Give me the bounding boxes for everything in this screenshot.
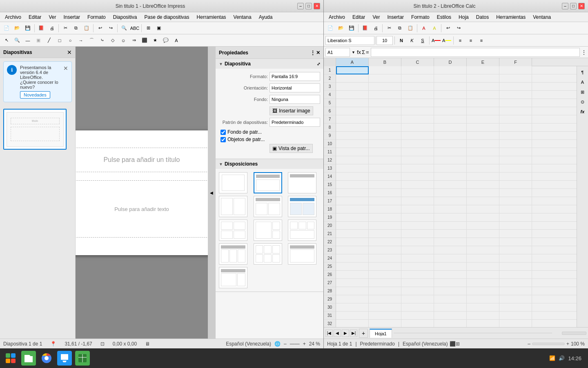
view-button[interactable]: ▣ — [154, 23, 164, 33]
cell-E31[interactable] — [467, 312, 499, 320]
cell-B7[interactable] — [369, 115, 401, 123]
cell-A15[interactable] — [336, 181, 369, 189]
cell-B1[interactable] — [369, 66, 401, 74]
cell-B20[interactable] — [369, 222, 401, 230]
cell-E16[interactable] — [467, 189, 499, 197]
cell-C4[interactable] — [401, 91, 434, 99]
cell-F24[interactable] — [499, 254, 532, 263]
cell-B30[interactable] — [369, 303, 401, 312]
cell-A5[interactable] — [336, 99, 369, 107]
cell-C9[interactable] — [401, 132, 434, 140]
cell-D26[interactable] — [434, 271, 467, 279]
sidebar-functions-icon[interactable]: fx — [578, 107, 587, 116]
cell-C10[interactable] — [401, 140, 434, 148]
font-size-selector[interactable]: 10 — [376, 36, 393, 45]
cell-C13[interactable] — [401, 164, 434, 173]
cell-D3[interactable] — [434, 83, 467, 91]
formula-sum-icon[interactable]: Σ — [362, 49, 365, 55]
cell-reference-box[interactable]: A1 — [325, 48, 350, 57]
formula-equal-icon[interactable]: = — [366, 49, 369, 55]
col-header-b[interactable]: B — [369, 58, 401, 66]
menu-ayuda[interactable]: Ayuda — [256, 13, 276, 21]
layout-title-only[interactable] — [288, 172, 316, 193]
cell-E19[interactable] — [467, 213, 499, 222]
cell-E9[interactable] — [467, 132, 499, 140]
cell-B18[interactable] — [369, 205, 401, 213]
select-tool[interactable]: ↖ — [2, 36, 11, 45]
print-button[interactable]: 🖨 — [47, 23, 57, 33]
cell-A28[interactable] — [336, 287, 369, 295]
novedades-button[interactable]: Novedades — [20, 91, 50, 99]
cell-F1[interactable] — [499, 66, 532, 74]
cell-D6[interactable] — [434, 107, 467, 115]
diapositiva-section-header[interactable]: ▼ Diapositiva ⤢ — [216, 59, 323, 69]
cell-C8[interactable] — [401, 123, 434, 132]
calc-menu-archivo[interactable]: Archivo — [325, 13, 348, 21]
cell-B27[interactable] — [369, 279, 401, 287]
calc-zoom-in-btn[interactable]: + — [566, 341, 569, 347]
cell-E26[interactable] — [467, 271, 499, 279]
cell-C7[interactable] — [401, 115, 434, 123]
slide-title-placeholder[interactable]: Pulse para añadir un título — [76, 148, 208, 172]
cell-B28[interactable] — [369, 287, 401, 295]
bold-button[interactable]: N — [396, 36, 406, 45]
cell-F30[interactable] — [499, 303, 532, 312]
cell-D25[interactable] — [434, 263, 467, 271]
layout-three-col[interactable] — [288, 196, 316, 217]
cell-F12[interactable] — [499, 156, 532, 164]
cell-C3[interactable] — [401, 83, 434, 91]
cell-A3[interactable] — [336, 83, 369, 91]
cell-E32[interactable] — [467, 320, 499, 327]
align-left-button[interactable]: ≡ — [455, 36, 465, 45]
layout-four-part[interactable] — [219, 220, 247, 241]
calc-new-button[interactable]: 📄 — [325, 23, 335, 33]
cell-E18[interactable] — [467, 205, 499, 213]
cell-B32[interactable] — [369, 320, 401, 327]
layout-mixed-2[interactable] — [288, 220, 316, 241]
calc-pdf-button[interactable]: 📕 — [360, 23, 370, 33]
cell-A19[interactable] — [336, 213, 369, 222]
cell-B3[interactable] — [369, 83, 401, 91]
disposiciones-section-header[interactable]: ▼ Disposiciones — [216, 159, 323, 169]
sidebar-format-icon[interactable]: A — [578, 78, 587, 87]
cell-D15[interactable] — [434, 181, 467, 189]
col-header-d[interactable]: D — [434, 58, 467, 66]
diamond-tool[interactable]: ◇ — [108, 36, 118, 45]
cell-C26[interactable] — [401, 271, 434, 279]
calc-menu-insertar[interactable]: Insertar — [384, 13, 407, 21]
calc-highlight-btn[interactable]: A — [419, 23, 429, 33]
calc-highlight2-btn[interactable]: A — [430, 23, 439, 33]
menu-pase[interactable]: Pase de diapositivas — [141, 13, 192, 21]
align-right-button[interactable]: ≡ — [477, 36, 486, 45]
cell-B29[interactable] — [369, 295, 401, 303]
cell-B10[interactable] — [369, 140, 401, 148]
cell-E24[interactable] — [467, 254, 499, 263]
cell-E6[interactable] — [467, 107, 499, 115]
audio-icon[interactable]: 🔊 — [559, 355, 565, 361]
cell-C19[interactable] — [401, 213, 434, 222]
cell-D27[interactable] — [434, 279, 467, 287]
cell-C5[interactable] — [401, 99, 434, 107]
calc-save-button[interactable]: 💾 — [347, 23, 356, 33]
calc-open-button[interactable]: 📂 — [336, 23, 346, 33]
cell-B21[interactable] — [369, 230, 401, 238]
cell-D20[interactable] — [434, 222, 467, 230]
cell-E29[interactable] — [467, 295, 499, 303]
cell-B6[interactable] — [369, 107, 401, 115]
slides-panel-close[interactable]: ✕ — [67, 49, 72, 56]
rect-tool[interactable]: □ — [55, 36, 65, 45]
cell-D31[interactable] — [434, 312, 467, 320]
cell-A14[interactable] — [336, 173, 369, 181]
cell-B24[interactable] — [369, 254, 401, 263]
menu-diapositiva[interactable]: Diapositiva — [110, 13, 140, 21]
cell-A20[interactable] — [336, 222, 369, 230]
cell-B19[interactable] — [369, 213, 401, 222]
cell-B5[interactable] — [369, 99, 401, 107]
objetos-patron-check[interactable] — [220, 137, 226, 142]
cell-D32[interactable] — [434, 320, 467, 327]
taskbar-grid-icon[interactable] — [3, 351, 18, 366]
cell-A1[interactable] — [336, 66, 369, 74]
cell-F29[interactable] — [499, 295, 532, 303]
pdf-button[interactable]: 📕 — [36, 23, 46, 33]
impress-close-button[interactable]: ✕ — [314, 3, 320, 9]
